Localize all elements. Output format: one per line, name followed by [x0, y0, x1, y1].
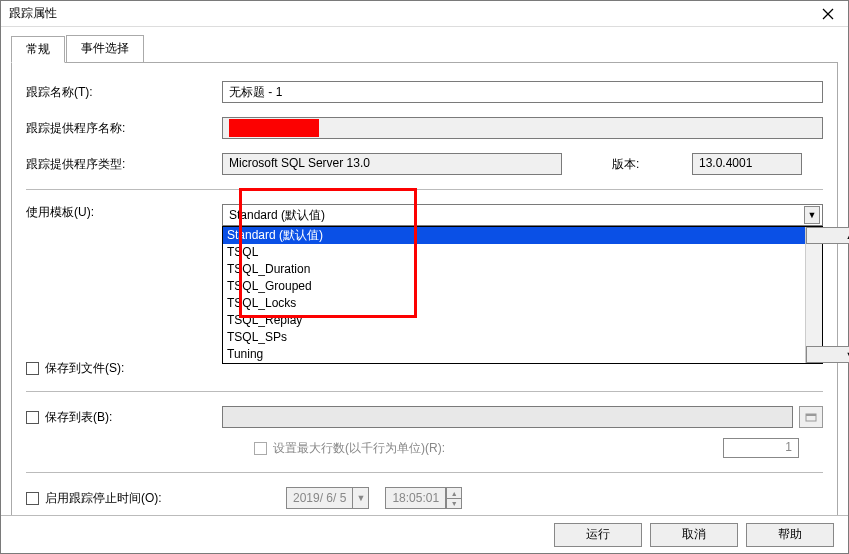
close-button[interactable]: [814, 4, 842, 24]
window-title: 跟踪属性: [9, 5, 57, 22]
checkbox-set-max-rows: [254, 442, 267, 455]
label-save-to-file: 保存到文件(S):: [45, 360, 124, 377]
template-option[interactable]: Tuning: [223, 346, 805, 363]
max-rows-input: 1: [723, 438, 799, 458]
template-option[interactable]: TSQL_SPs: [223, 329, 805, 346]
trace-name-input[interactable]: [222, 81, 823, 103]
stop-time-picker: 18:05:01: [385, 487, 446, 509]
panel-general: 跟踪名称(T): 跟踪提供程序名称: 跟踪提供程序类型: Microsoft S…: [11, 63, 838, 523]
dropdown-scrollbar[interactable]: ▲ ▼: [805, 227, 822, 363]
time-spinner: ▲ ▼: [446, 487, 462, 509]
provider-type-field: Microsoft SQL Server 13.0: [222, 153, 562, 175]
dialog-footer: 运行 取消 帮助: [1, 515, 848, 553]
checkbox-save-to-file[interactable]: [26, 362, 39, 375]
svg-rect-3: [806, 414, 816, 416]
tab-bar: 常规 事件选择: [11, 35, 838, 63]
run-button[interactable]: 运行: [554, 523, 642, 547]
close-icon: [822, 8, 834, 20]
template-option[interactable]: TSQL_Grouped: [223, 278, 805, 295]
label-provider-name: 跟踪提供程序名称:: [26, 120, 222, 137]
tab-general[interactable]: 常规: [11, 36, 65, 63]
template-option[interactable]: TSQL_Locks: [223, 295, 805, 312]
checkbox-enable-stop-time[interactable]: [26, 492, 39, 505]
save-to-table-path: [222, 406, 793, 428]
template-option[interactable]: TSQL: [223, 244, 805, 261]
label-enable-stop-time: 启用跟踪停止时间(O):: [45, 490, 162, 507]
redacted-block: [229, 119, 319, 137]
titlebar: 跟踪属性: [1, 1, 848, 27]
template-combobox[interactable]: Standard (默认值) ▼: [222, 204, 823, 226]
label-version: 版本:: [612, 156, 692, 173]
version-field: 13.0.4001: [692, 153, 802, 175]
scroll-down-icon[interactable]: ▼: [806, 346, 849, 363]
tab-event-selection[interactable]: 事件选择: [66, 35, 144, 62]
cancel-button[interactable]: 取消: [650, 523, 738, 547]
label-save-to-table: 保存到表(B):: [45, 409, 112, 426]
stop-date-picker: 2019/ 6/ 5 ▼: [286, 487, 369, 509]
template-option[interactable]: Standard (默认值): [223, 227, 805, 244]
template-option[interactable]: TSQL_Duration: [223, 261, 805, 278]
label-trace-name: 跟踪名称(T):: [26, 84, 222, 101]
label-use-template: 使用模板(U):: [26, 204, 222, 221]
help-button[interactable]: 帮助: [746, 523, 834, 547]
browse-table-button[interactable]: [799, 406, 823, 428]
dialog-window: 跟踪属性 常规 事件选择 跟踪名称(T): 跟踪提供程序名称: 跟踪提供程序类型…: [0, 0, 849, 554]
browse-icon: [805, 411, 817, 423]
chevron-down-icon: ▼: [804, 206, 820, 224]
template-dropdown: Standard (默认值) TSQL TSQL_Duration TSQL_G…: [222, 226, 823, 364]
scroll-up-icon[interactable]: ▲: [806, 227, 849, 244]
label-set-max-rows: 设置最大行数(以千行为单位)(R):: [273, 440, 445, 457]
spinner-down-icon: ▼: [447, 498, 461, 508]
label-provider-type: 跟踪提供程序类型:: [26, 156, 222, 173]
checkbox-save-to-table[interactable]: [26, 411, 39, 424]
template-option[interactable]: TSQL_Replay: [223, 312, 805, 329]
spinner-up-icon: ▲: [447, 488, 461, 498]
provider-name-field: [222, 117, 823, 139]
chevron-down-icon: ▼: [352, 488, 368, 508]
